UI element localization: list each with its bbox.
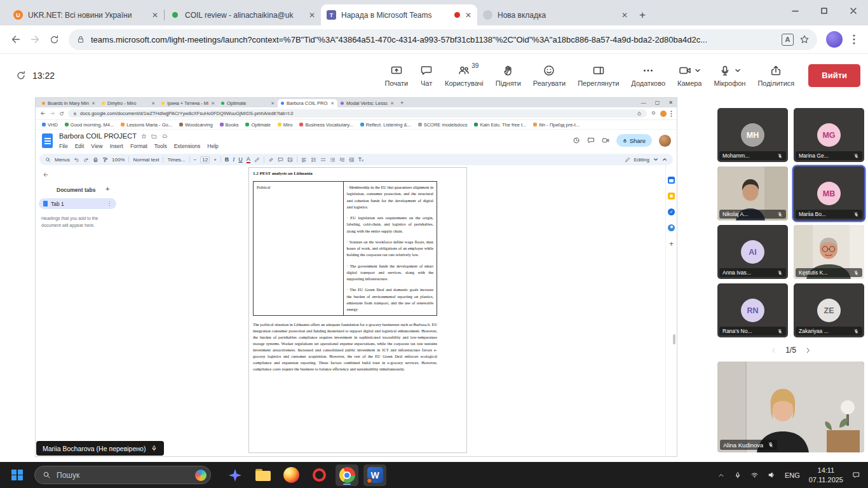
- menu-item[interactable]: Extensions: [174, 143, 201, 149]
- tray-chevron-up-icon[interactable]: [717, 471, 725, 479]
- tab-close-icon[interactable]: ✕: [152, 11, 158, 20]
- close-button[interactable]: [839, 0, 868, 22]
- menu-item[interactable]: Edit: [75, 143, 85, 149]
- share-button[interactable]: Поділитися: [754, 64, 797, 87]
- taskbar-app-sparkle[interactable]: [224, 464, 247, 486]
- start-button[interactable]: [6, 464, 28, 486]
- taskbar-search[interactable]: Пошук: [34, 466, 211, 484]
- chat-button[interactable]: Чат: [417, 64, 436, 87]
- bookmark-item: Books: [220, 122, 239, 128]
- browser-tab-coil-review[interactable]: COIL review - alinachaikina@uk ✕: [165, 4, 321, 25]
- tab-options-icon: ⋮: [107, 201, 112, 207]
- view-button[interactable]: Переглянути: [574, 64, 622, 87]
- insert-link-icon: [268, 157, 274, 163]
- taskbar-clock[interactable]: 14:11 07.11.2025: [809, 466, 843, 484]
- pager-next-icon[interactable]: [804, 347, 811, 354]
- tray-wifi-icon[interactable]: [750, 471, 759, 479]
- participant-nameplate: Anna Ivas...: [719, 268, 786, 277]
- sparkle-icon: [227, 468, 243, 483]
- pager-prev-icon[interactable]: [770, 347, 777, 354]
- reload-button[interactable]: [44, 30, 64, 49]
- tab-close-icon[interactable]: ✕: [465, 11, 471, 20]
- menu-item[interactable]: View: [91, 143, 102, 149]
- menu-item[interactable]: File: [59, 143, 68, 149]
- participant-tile[interactable]: MG Marina Ge...: [794, 108, 864, 162]
- participant-tile-video[interactable]: Kęstutis K...: [794, 225, 864, 279]
- mic-muted-icon: [777, 270, 783, 276]
- tab-close-icon[interactable]: ✕: [309, 11, 315, 20]
- translate-icon[interactable]: A: [782, 34, 794, 46]
- taskbar-app-firefox[interactable]: [280, 464, 302, 486]
- menu-item[interactable]: Tools: [154, 143, 167, 149]
- tab-title: Нарада в Microsoft Teams: [341, 11, 449, 20]
- document-paragraph: The political situation in Lithuania off…: [253, 322, 437, 372]
- hide-outline-icon: [43, 172, 49, 178]
- participant-tile[interactable]: MH Mohamm...: [717, 108, 788, 162]
- participant-tile-video[interactable]: Nikolaj A...: [717, 166, 788, 220]
- taskbar-app-word[interactable]: W: [363, 464, 386, 486]
- bulleted-list-icon: [330, 157, 336, 163]
- browser-menu-icon[interactable]: [846, 34, 862, 44]
- taskbar-app-browser[interactable]: [308, 464, 330, 486]
- participants-rail: MH Mohamm... MG Marina Ge... Nikolaj A..…: [717, 108, 864, 452]
- url-text[interactable]: teams.microsoft.com/light-meetings/launc…: [91, 35, 776, 44]
- shared-window-controls: —▢✕: [641, 98, 673, 106]
- tab-close-icon[interactable]: ✕: [621, 11, 628, 20]
- insert-image-icon: [287, 157, 293, 163]
- language-indicator[interactable]: ENG: [785, 471, 800, 479]
- chevron-down-icon[interactable]: [735, 67, 741, 74]
- bullet-item: Statutes on the workforce define wage fl…: [347, 239, 433, 259]
- start-button[interactable]: Почати: [382, 64, 412, 87]
- add-comment-icon: [278, 157, 283, 163]
- browser-tab-new[interactable]: Нова вкладка ✕: [477, 4, 634, 25]
- taskbar-app-explorer[interactable]: [252, 464, 275, 486]
- participant-tile-active[interactable]: MB Mariia Bo...: [794, 166, 864, 220]
- notification-center-icon[interactable]: [852, 471, 860, 479]
- bookmark-item: Lessons Maria - Go...: [121, 122, 172, 128]
- participant-tile[interactable]: AI Anna Ivas...: [717, 225, 788, 279]
- menu-item[interactable]: Format: [130, 143, 147, 149]
- menu-item[interactable]: Help: [207, 143, 218, 149]
- profile-avatar[interactable]: [826, 31, 843, 48]
- shared-tab: Ірина + Тетяна - Miro✕: [158, 99, 218, 107]
- window-controls: [780, 0, 868, 22]
- taskbar-app-chrome[interactable]: [336, 464, 358, 486]
- bookmark-star-icon[interactable]: [799, 34, 810, 44]
- mic-muted-icon: [853, 212, 859, 217]
- forward-button[interactable]: [25, 30, 44, 49]
- participant-nameplate: Rana's No...: [719, 327, 786, 336]
- raise-hand-button[interactable]: Підняти: [492, 64, 524, 87]
- site-info-lock-icon[interactable]: [76, 35, 85, 44]
- participants-pager: 1/5: [717, 346, 864, 355]
- camera-button[interactable]: Камера: [674, 64, 705, 87]
- participant-tile[interactable]: RN Rana's No...: [717, 283, 788, 337]
- browser-tab-ukrnet[interactable]: U UKR.NET: Всі новини України ✕: [8, 4, 164, 25]
- chat-icon: [420, 64, 433, 77]
- spotlight-tile[interactable]: Alina Kudinova: [717, 362, 864, 452]
- address-bar[interactable]: teams.microsoft.com/light-meetings/launc…: [69, 29, 817, 50]
- browser-toolbar: teams.microsoft.com/light-meetings/launc…: [0, 25, 868, 54]
- pest-table: Political Membership in the EU that guar…: [253, 181, 437, 316]
- firefox-icon: [283, 467, 299, 483]
- microphone-button[interactable]: Мікрофон: [711, 64, 749, 87]
- bookmark-item: Good morning, M4...: [65, 122, 114, 128]
- leave-meeting-button[interactable]: Вийти: [808, 64, 860, 87]
- tray-mic-icon[interactable]: [734, 471, 742, 479]
- chevron-down-icon[interactable]: [695, 67, 701, 74]
- paragraph-style-value: Normal text: [133, 157, 159, 163]
- menu-item[interactable]: Insert: [110, 143, 123, 149]
- shared-forward-icon: [50, 111, 55, 116]
- new-tab-button[interactable]: +: [639, 9, 646, 22]
- chrome-icon: [339, 467, 355, 483]
- shared-extensions-icon: [651, 111, 656, 116]
- participant-tile[interactable]: ZE Zakariyaa ...: [794, 283, 864, 337]
- maximize-button[interactable]: [810, 0, 839, 22]
- document-canvas: 1.2 PEST analysis on Lithuania Political…: [226, 165, 665, 456]
- minimize-button[interactable]: [780, 0, 810, 22]
- tray-volume-icon[interactable]: [768, 471, 776, 479]
- back-button[interactable]: [6, 30, 25, 49]
- browser-tab-teams-active[interactable]: T Нарада в Microsoft Teams ✕: [321, 4, 477, 25]
- more-button[interactable]: Додатково: [628, 64, 668, 87]
- participants-button[interactable]: 39 Користувачі: [442, 64, 487, 87]
- react-button[interactable]: Реагувати: [530, 64, 569, 87]
